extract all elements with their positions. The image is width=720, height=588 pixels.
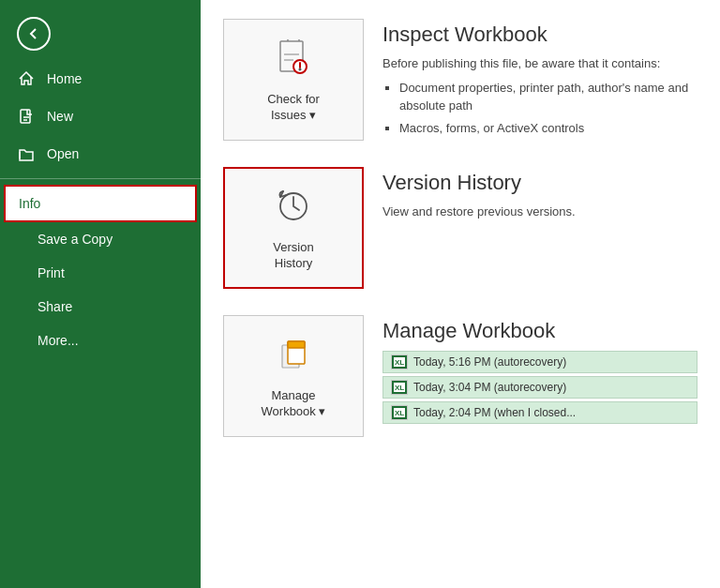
inspect-bullets: Document properties, printer path, autho… xyxy=(399,79,698,138)
version-desc: View and restore previous versions. xyxy=(382,203,698,221)
version-section: VersionHistory Version History View and … xyxy=(223,167,698,289)
new-icon xyxy=(17,107,36,126)
manage-workbook-label: ManageWorkbook ▾ xyxy=(262,388,326,420)
inspect-bullet-1: Document properties, printer path, autho… xyxy=(399,79,698,115)
manage-icon xyxy=(271,332,316,381)
sidebar-save-copy-label: Save a Copy xyxy=(38,232,112,247)
sidebar-item-info[interactable]: Info xyxy=(4,185,197,222)
inspect-desc: Before publishing this file, be aware th… xyxy=(382,54,698,137)
svg-rect-9 xyxy=(288,341,305,348)
sidebar-divider xyxy=(0,178,201,179)
sidebar-item-home[interactable]: Home xyxy=(0,60,201,98)
manage-entries: XL Today, 5:16 PM (autorecovery) XL Toda… xyxy=(382,351,698,424)
home-icon xyxy=(17,69,36,88)
xl-badge-2: XL xyxy=(391,380,408,395)
manage-workbook-button[interactable]: ManageWorkbook ▾ xyxy=(223,315,364,437)
sidebar-home-label: Home xyxy=(47,71,82,86)
check-issues-label: Check forIssues ▾ xyxy=(267,92,320,124)
version-info: Version History View and restore previou… xyxy=(382,167,698,221)
version-title: Version History xyxy=(382,171,698,195)
sidebar-print-label: Print xyxy=(38,265,65,280)
version-history-button[interactable]: VersionHistory xyxy=(223,167,364,289)
back-button[interactable] xyxy=(17,17,51,51)
sidebar-more-label: More... xyxy=(38,333,79,348)
sidebar-item-share[interactable]: Share xyxy=(0,290,201,324)
inspect-section: Check forIssues ▾ Inspect Workbook Befor… xyxy=(223,19,698,141)
sidebar: Home New Open xyxy=(0,0,201,588)
version-icon xyxy=(271,184,316,233)
main-content: Check forIssues ▾ Inspect Workbook Befor… xyxy=(201,0,720,588)
inspect-bullet-2: Macros, forms, or ActiveX controls xyxy=(399,119,698,138)
manage-dropdown: ▾ xyxy=(319,404,325,418)
sidebar-item-new[interactable]: New xyxy=(0,98,201,135)
sidebar-item-open[interactable]: Open xyxy=(0,135,201,173)
sidebar-new-label: New xyxy=(47,109,73,124)
manage-section: ManageWorkbook ▾ Manage Workbook XL Toda… xyxy=(223,315,698,437)
sidebar-info-label: Info xyxy=(19,196,40,211)
svg-rect-0 xyxy=(21,110,30,123)
sidebar-open-label: Open xyxy=(47,146,79,161)
sidebar-item-more[interactable]: More... xyxy=(0,324,201,357)
manage-entry-3[interactable]: XL Today, 2:04 PM (when I closed... xyxy=(382,401,698,424)
open-icon xyxy=(17,144,36,163)
sidebar-nav: Home New Open xyxy=(0,60,201,588)
sidebar-item-save-copy[interactable]: Save a Copy xyxy=(0,222,201,256)
sidebar-item-print[interactable]: Print xyxy=(0,256,201,290)
check-for-issues-button[interactable]: Check forIssues ▾ xyxy=(223,19,364,141)
version-history-label: VersionHistory xyxy=(273,240,313,272)
manage-info: Manage Workbook XL Today, 5:16 PM (autor… xyxy=(382,315,698,427)
manage-title: Manage Workbook xyxy=(382,319,698,343)
xl-badge-3: XL xyxy=(391,405,408,420)
inspect-title: Inspect Workbook xyxy=(382,23,698,47)
manage-entry-2[interactable]: XL Today, 3:04 PM (autorecovery) xyxy=(382,376,698,399)
sidebar-share-label: Share xyxy=(38,299,72,314)
check-issues-dropdown: ▾ xyxy=(309,108,316,122)
inspect-icon xyxy=(271,36,316,84)
xl-badge-1: XL xyxy=(391,354,408,369)
inspect-info: Inspect Workbook Before publishing this … xyxy=(382,19,698,141)
manage-entry-1[interactable]: XL Today, 5:16 PM (autorecovery) xyxy=(382,351,698,373)
svg-point-5 xyxy=(299,68,301,70)
